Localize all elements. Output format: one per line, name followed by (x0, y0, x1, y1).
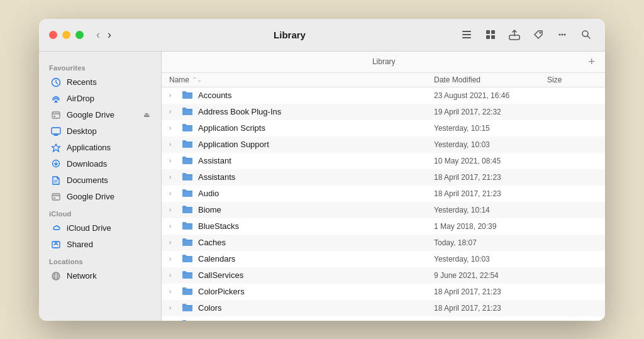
minimize-button[interactable] (62, 31, 70, 39)
documents-label: Documents (67, 175, 108, 185)
file-name: Application Support (198, 140, 269, 149)
sidebar-item-google-drive-1[interactable]: Google Drive ⏏ (43, 107, 157, 123)
expand-arrow[interactable]: › (169, 157, 177, 164)
file-name: ColorPickers (198, 287, 245, 296)
expand-arrow[interactable]: › (169, 206, 177, 213)
svg-rect-2 (462, 37, 471, 38)
sidebar-item-airdrop[interactable]: AirDrop (43, 91, 157, 107)
desktop-icon (50, 126, 62, 137)
expand-arrow[interactable]: › (169, 223, 177, 230)
forward-button[interactable]: › (105, 27, 114, 43)
col-header-size[interactable]: Size (547, 75, 597, 84)
titlebar: ‹ › Library (39, 19, 605, 52)
table-row[interactable]: › Accounts 23 August 2021, 16:46 (162, 87, 605, 104)
svg-rect-19 (53, 197, 55, 199)
folder-icon (182, 286, 193, 297)
sidebar-item-network[interactable]: Network (43, 268, 157, 284)
col-header-date[interactable]: Date Modified (434, 75, 547, 84)
svg-rect-16 (52, 128, 60, 134)
file-name: Assistant (198, 156, 231, 165)
expand-arrow[interactable]: › (169, 141, 177, 148)
search-button[interactable] (577, 26, 595, 43)
table-row[interactable]: › Application Support Yesterday, 10:03 (162, 136, 605, 153)
table-row[interactable]: › Assistants 18 April 2017, 21:23 (162, 169, 605, 186)
table-row[interactable]: › Address Book Plug-Ins 19 April 2017, 2… (162, 104, 605, 120)
table-row[interactable]: › Biome Yesterday, 10:14 (162, 202, 605, 218)
table-row[interactable]: › Calendars Yesterday, 10:03 (162, 251, 605, 267)
sidebar-item-recents[interactable]: Recents (43, 74, 157, 91)
file-name-cell: › BlueStacks (169, 221, 434, 232)
file-rows-container: › Accounts 23 August 2021, 16:46 › Addre… (162, 87, 605, 321)
expand-arrow[interactable]: › (169, 255, 177, 262)
folder-icon (182, 237, 193, 248)
file-name: Accounts (198, 91, 231, 100)
sidebar-item-applications[interactable]: Applications (43, 140, 157, 156)
expand-arrow[interactable]: › (169, 288, 177, 295)
file-name: Calendars (198, 254, 235, 264)
close-button[interactable] (49, 31, 57, 39)
table-row[interactable]: › Caches Today, 18:07 (162, 235, 605, 251)
sidebar-item-google-drive-2[interactable]: Google Drive (43, 189, 157, 205)
file-name-cell: › Application Scripts (169, 123, 434, 134)
sidebar-section-favourites: Favourites Recents AirDrop (39, 59, 161, 205)
eject-icon[interactable]: ⏏ (143, 111, 150, 119)
google-drive-2-icon (50, 191, 62, 203)
back-button[interactable]: ‹ (94, 27, 103, 43)
file-name-cell: › Assistants (169, 172, 434, 183)
shared-icon (50, 239, 62, 250)
applications-label: Applications (67, 143, 111, 152)
sidebar-item-documents[interactable]: Documents (43, 172, 157, 189)
folder-icon (182, 270, 193, 281)
sidebar-item-downloads[interactable]: Downloads (43, 156, 157, 172)
table-row[interactable]: › com.apple.appleaccountd Yesterday, 10:… (162, 316, 605, 321)
grid-view-button[interactable] (482, 26, 499, 43)
list-view-button[interactable] (458, 26, 475, 43)
svg-point-9 (559, 34, 561, 36)
svg-rect-1 (462, 34, 471, 35)
table-row[interactable]: › CallServices 9 June 2021, 22:54 (162, 267, 605, 284)
folder-icon (182, 106, 193, 118)
expand-arrow[interactable]: › (169, 174, 177, 181)
file-name-cell: › Biome (169, 204, 434, 216)
sidebar-item-shared[interactable]: Shared (43, 236, 157, 253)
folder-icon (182, 123, 193, 134)
expand-arrow[interactable]: › (169, 190, 177, 197)
expand-arrow[interactable]: › (169, 239, 177, 246)
file-name: CallServices (198, 270, 243, 280)
file-name-cell: › Accounts (169, 90, 434, 101)
svg-rect-18 (52, 194, 60, 200)
table-row[interactable]: › Application Scripts Yesterday, 10:15 (162, 120, 605, 136)
col-header-name[interactable]: Name ⌃⌄ (169, 75, 434, 84)
svg-point-10 (562, 34, 564, 36)
table-row[interactable]: › Colors 18 April 2017, 21:23 (162, 300, 605, 316)
table-row[interactable]: › Assistant 10 May 2021, 08:45 (162, 153, 605, 169)
expand-arrow[interactable]: › (169, 125, 177, 131)
expand-arrow[interactable]: › (169, 272, 177, 279)
file-name-cell: › Calendars (169, 253, 434, 265)
expand-arrow[interactable]: › (169, 304, 177, 311)
sidebar-item-desktop[interactable]: Desktop (43, 123, 157, 140)
file-name: com.apple.appleaccountd (198, 320, 291, 321)
file-date: 1 May 2018, 20:39 (434, 222, 547, 231)
file-date: 19 April 2017, 22:32 (434, 108, 547, 116)
expand-arrow[interactable]: › (169, 108, 177, 115)
more-button[interactable] (553, 26, 571, 43)
file-name-cell: › Application Support (169, 139, 434, 150)
table-row[interactable]: › Audio 18 April 2017, 21:23 (162, 186, 605, 202)
file-name-cell: › Audio (169, 188, 434, 199)
share-button[interactable] (506, 26, 523, 43)
table-row[interactable]: › BlueStacks 1 May 2018, 20:39 (162, 218, 605, 235)
file-table: Name ⌃⌄ Date Modified Size › (162, 73, 605, 321)
file-date: 10 May 2021, 08:45 (434, 157, 547, 165)
svg-rect-5 (486, 35, 490, 39)
maximize-button[interactable] (75, 31, 84, 39)
network-icon (50, 270, 62, 282)
table-row[interactable]: › ColorPickers 18 April 2017, 21:23 (162, 284, 605, 300)
add-button[interactable]: + (586, 55, 597, 69)
sidebar: Favourites Recents AirDrop (39, 52, 162, 321)
svg-rect-6 (491, 35, 495, 39)
expand-arrow[interactable]: › (169, 92, 177, 99)
tag-button[interactable] (530, 26, 547, 43)
folder-icon (182, 172, 193, 183)
sidebar-item-icloud-drive[interactable]: iCloud Drive (43, 220, 157, 236)
